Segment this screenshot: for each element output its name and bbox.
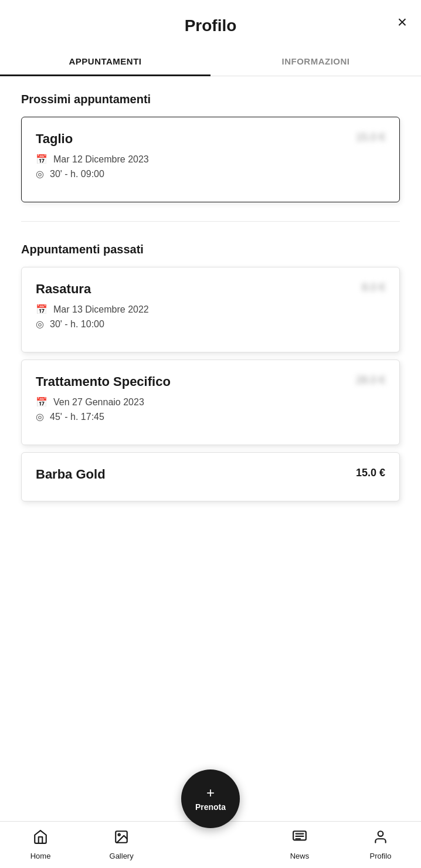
past-appointment-card-1[interactable]: Rasatura 8.0 € 📅 Mar 13 Dicembre 2022 ◎ … <box>21 267 400 352</box>
card-header-3: Barba Gold 15.0 € <box>36 467 385 482</box>
prenota-fab-button[interactable]: + Prenota <box>181 769 240 828</box>
page-title: Profilo <box>185 16 237 35</box>
upcoming-appointment-card[interactable]: Taglio 15.0 € 📅 Mar 12 Dicembre 2023 ◎ 3… <box>21 117 400 202</box>
home-icon <box>33 829 48 849</box>
profilo-icon <box>373 829 388 849</box>
nav-item-profilo[interactable]: Profilo <box>340 825 421 865</box>
calendar-icon-1: 📅 <box>36 304 47 315</box>
service-name: Taglio <box>36 131 73 147</box>
gallery-label: Gallery <box>110 852 134 860</box>
tab-informazioni[interactable]: INFORMAZIONI <box>210 47 421 76</box>
service-name-1: Rasatura <box>36 282 91 297</box>
bottom-navigation: Home Gallery News Profilo <box>0 821 421 868</box>
card-price-3: 15.0 € <box>356 467 385 479</box>
close-button[interactable]: × <box>398 14 407 30</box>
card-date: 📅 Mar 12 Dicembre 2023 <box>36 154 385 165</box>
card-date-2: 📅 Ven 27 Gennaio 2023 <box>36 396 385 408</box>
news-label: News <box>290 852 310 860</box>
profilo-label: Profilo <box>370 852 392 860</box>
past-section-title: Appuntamenti passati <box>21 243 400 256</box>
card-header: Taglio 15.0 € <box>36 131 385 147</box>
calendar-icon-2: 📅 <box>36 396 47 408</box>
service-name-2: Trattamento Specifico <box>36 374 171 389</box>
tab-appuntamenti[interactable]: APPUNTAMENTI <box>0 47 210 76</box>
prenota-label: Prenota <box>195 802 226 812</box>
gallery-icon <box>114 829 129 849</box>
home-label: Home <box>30 852 51 860</box>
past-appointment-card-2[interactable]: Trattamento Specifico 28.0 € 📅 Ven 27 Ge… <box>21 360 400 445</box>
nav-item-gallery[interactable]: Gallery <box>81 825 162 865</box>
calendar-icon: 📅 <box>36 154 47 165</box>
upcoming-section-title: Prossimi appuntamenti <box>21 93 400 106</box>
past-appointment-card-3-partial[interactable]: Barba Gold 15.0 € <box>21 452 400 501</box>
clock-icon-2: ◎ <box>36 411 44 422</box>
clock-icon-1: ◎ <box>36 318 44 330</box>
card-header-1: Rasatura 8.0 € <box>36 282 385 297</box>
service-name-3: Barba Gold <box>36 467 106 482</box>
section-divider <box>21 221 400 222</box>
nav-center-spacer <box>162 840 259 850</box>
content-area: Prossimi appuntamenti Taglio 15.0 € 📅 Ma… <box>0 76 421 598</box>
tabs: APPUNTAMENTI INFORMAZIONI <box>0 47 421 76</box>
card-price-1: 8.0 € <box>362 282 385 294</box>
nav-item-home[interactable]: Home <box>0 825 81 865</box>
header: Profilo × <box>0 0 421 47</box>
nav-item-news[interactable]: News <box>259 825 340 865</box>
plus-icon: + <box>206 786 215 800</box>
card-price: 15.0 € <box>356 131 385 144</box>
news-icon <box>292 829 307 849</box>
card-time-2: ◎ 45' - h. 17:45 <box>36 411 385 422</box>
card-time-1: ◎ 30' - h. 10:00 <box>36 318 385 330</box>
card-price-2: 28.0 € <box>356 374 385 386</box>
clock-icon: ◎ <box>36 168 44 179</box>
card-time: ◎ 30' - h. 09:00 <box>36 168 385 179</box>
svg-point-1 <box>118 834 120 836</box>
svg-point-6 <box>378 831 383 836</box>
card-date-1: 📅 Mar 13 Dicembre 2022 <box>36 304 385 315</box>
card-header-2: Trattamento Specifico 28.0 € <box>36 374 385 389</box>
